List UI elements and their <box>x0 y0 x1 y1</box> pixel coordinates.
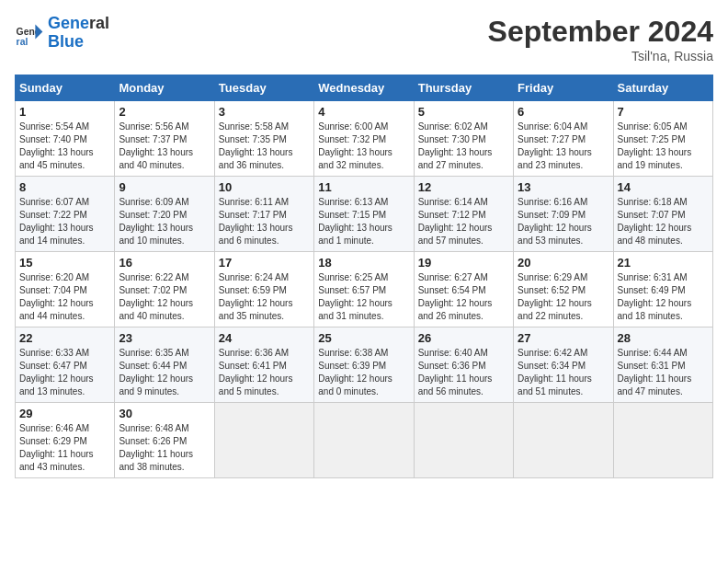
day-number: 23 <box>119 331 210 345</box>
day-number: 30 <box>119 407 210 420</box>
calendar-cell: 21Sunrise: 6:31 AM Sunset: 6:49 PM Dayli… <box>613 252 712 327</box>
calendar-cell: 19Sunrise: 6:27 AM Sunset: 6:54 PM Dayli… <box>414 252 513 327</box>
day-number: 10 <box>219 180 310 194</box>
calendar-cell: 20Sunrise: 6:29 AM Sunset: 6:52 PM Dayli… <box>514 252 613 327</box>
calendar-week-5: 29Sunrise: 6:46 AM Sunset: 6:29 PM Dayli… <box>16 403 713 478</box>
day-info: Sunrise: 6:25 AM Sunset: 6:57 PM Dayligh… <box>318 271 409 323</box>
calendar-cell <box>214 403 313 478</box>
title-block: September 2024 Tsil'na, Russia <box>488 15 713 63</box>
calendar-cell: 17Sunrise: 6:24 AM Sunset: 6:59 PM Dayli… <box>214 252 313 327</box>
calendar-week-4: 22Sunrise: 6:33 AM Sunset: 6:47 PM Dayli… <box>16 327 713 403</box>
calendar-cell: 22Sunrise: 6:33 AM Sunset: 6:47 PM Dayli… <box>16 327 115 403</box>
day-number: 18 <box>318 256 409 270</box>
calendar-cell: 25Sunrise: 6:38 AM Sunset: 6:39 PM Dayli… <box>314 327 414 403</box>
day-info: Sunrise: 6:07 AM Sunset: 7:22 PM Dayligh… <box>19 196 110 247</box>
calendar-cell: 9Sunrise: 6:09 AM Sunset: 7:20 PM Daylig… <box>115 177 214 252</box>
day-info: Sunrise: 6:16 AM Sunset: 7:09 PM Dayligh… <box>518 196 609 247</box>
day-info: Sunrise: 6:22 AM Sunset: 7:02 PM Dayligh… <box>119 271 210 323</box>
calendar-cell <box>613 403 712 478</box>
day-info: Sunrise: 6:02 AM Sunset: 7:30 PM Dayligh… <box>418 121 509 172</box>
calendar-cell: 14Sunrise: 6:18 AM Sunset: 7:07 PM Dayli… <box>613 177 712 252</box>
calendar-header-row: SundayMondayTuesdayWednesdayThursdayFrid… <box>16 75 713 101</box>
day-info: Sunrise: 6:05 AM Sunset: 7:25 PM Dayligh… <box>618 121 709 172</box>
calendar-cell: 8Sunrise: 6:07 AM Sunset: 7:22 PM Daylig… <box>16 177 115 252</box>
day-info: Sunrise: 5:54 AM Sunset: 7:40 PM Dayligh… <box>19 121 110 172</box>
day-number: 29 <box>19 407 110 420</box>
calendar-cell <box>414 403 513 478</box>
day-number: 13 <box>518 180 609 194</box>
day-number: 3 <box>219 105 310 119</box>
header-tuesday: Tuesday <box>214 75 313 101</box>
day-info: Sunrise: 5:58 AM Sunset: 7:35 PM Dayligh… <box>219 121 310 172</box>
day-number: 17 <box>219 256 310 270</box>
header-wednesday: Wednesday <box>314 75 414 101</box>
day-info: Sunrise: 6:00 AM Sunset: 7:32 PM Dayligh… <box>318 121 409 172</box>
day-number: 20 <box>518 256 609 270</box>
day-number: 27 <box>518 331 609 345</box>
day-number: 11 <box>318 180 409 194</box>
location-subtitle: Tsil'na, Russia <box>488 49 713 63</box>
day-number: 14 <box>618 180 709 194</box>
day-number: 26 <box>418 331 509 345</box>
header-saturday: Saturday <box>613 75 712 101</box>
header-sunday: Sunday <box>16 75 115 101</box>
day-info: Sunrise: 6:35 AM Sunset: 6:44 PM Dayligh… <box>119 347 210 398</box>
day-number: 4 <box>318 105 409 119</box>
day-info: Sunrise: 6:40 AM Sunset: 6:36 PM Dayligh… <box>418 347 509 398</box>
day-info: Sunrise: 6:20 AM Sunset: 7:04 PM Dayligh… <box>19 271 110 323</box>
calendar-body: 1Sunrise: 5:54 AM Sunset: 7:40 PM Daylig… <box>16 101 713 478</box>
logo-text-line1: General <box>48 15 109 33</box>
page-header: Gene ral General Blue September 2024 Tsi… <box>15 15 713 63</box>
logo-text-line2: Blue <box>48 33 109 52</box>
day-number: 1 <box>19 105 110 119</box>
calendar-cell: 12Sunrise: 6:14 AM Sunset: 7:12 PM Dayli… <box>414 177 513 252</box>
header-thursday: Thursday <box>414 75 513 101</box>
day-info: Sunrise: 6:27 AM Sunset: 6:54 PM Dayligh… <box>418 271 509 323</box>
day-info: Sunrise: 6:48 AM Sunset: 6:26 PM Dayligh… <box>119 422 210 474</box>
calendar-cell: 27Sunrise: 6:42 AM Sunset: 6:34 PM Dayli… <box>514 327 613 403</box>
calendar-cell: 10Sunrise: 6:11 AM Sunset: 7:17 PM Dayli… <box>214 177 313 252</box>
day-number: 22 <box>19 331 110 345</box>
month-title: September 2024 <box>488 15 713 49</box>
day-info: Sunrise: 6:13 AM Sunset: 7:15 PM Dayligh… <box>318 196 409 247</box>
day-number: 5 <box>418 105 509 119</box>
day-number: 2 <box>119 105 210 119</box>
day-number: 15 <box>19 256 110 270</box>
calendar-cell: 16Sunrise: 6:22 AM Sunset: 7:02 PM Dayli… <box>115 252 214 327</box>
day-number: 28 <box>618 331 709 345</box>
day-number: 16 <box>119 256 210 270</box>
day-info: Sunrise: 6:46 AM Sunset: 6:29 PM Dayligh… <box>19 422 110 474</box>
calendar-cell: 11Sunrise: 6:13 AM Sunset: 7:15 PM Dayli… <box>314 177 414 252</box>
header-friday: Friday <box>514 75 613 101</box>
calendar-week-2: 8Sunrise: 6:07 AM Sunset: 7:22 PM Daylig… <box>16 177 713 252</box>
day-number: 9 <box>119 180 210 194</box>
calendar-cell <box>514 403 613 478</box>
day-info: Sunrise: 6:33 AM Sunset: 6:47 PM Dayligh… <box>19 347 110 398</box>
logo: Gene ral General Blue <box>15 15 109 52</box>
calendar-cell: 24Sunrise: 6:36 AM Sunset: 6:41 PM Dayli… <box>214 327 313 403</box>
day-info: Sunrise: 6:29 AM Sunset: 6:52 PM Dayligh… <box>518 271 609 323</box>
day-info: Sunrise: 6:14 AM Sunset: 7:12 PM Dayligh… <box>418 196 509 247</box>
day-number: 7 <box>618 105 709 119</box>
day-info: Sunrise: 5:56 AM Sunset: 7:37 PM Dayligh… <box>119 121 210 172</box>
calendar-cell: 6Sunrise: 6:04 AM Sunset: 7:27 PM Daylig… <box>514 101 613 177</box>
logo-icon: Gene ral <box>15 18 44 48</box>
svg-text:ral: ral <box>17 37 28 47</box>
day-number: 21 <box>618 256 709 270</box>
day-info: Sunrise: 6:36 AM Sunset: 6:41 PM Dayligh… <box>219 347 310 398</box>
calendar-cell: 26Sunrise: 6:40 AM Sunset: 6:36 PM Dayli… <box>414 327 513 403</box>
calendar-cell: 4Sunrise: 6:00 AM Sunset: 7:32 PM Daylig… <box>314 101 414 177</box>
header-monday: Monday <box>115 75 214 101</box>
calendar-cell: 13Sunrise: 6:16 AM Sunset: 7:09 PM Dayli… <box>514 177 613 252</box>
calendar-cell <box>314 403 414 478</box>
calendar-cell: 30Sunrise: 6:48 AM Sunset: 6:26 PM Dayli… <box>115 403 214 478</box>
calendar-cell: 1Sunrise: 5:54 AM Sunset: 7:40 PM Daylig… <box>16 101 115 177</box>
day-number: 19 <box>418 256 509 270</box>
calendar-cell: 2Sunrise: 5:56 AM Sunset: 7:37 PM Daylig… <box>115 101 214 177</box>
calendar-cell: 5Sunrise: 6:02 AM Sunset: 7:30 PM Daylig… <box>414 101 513 177</box>
calendar-cell: 18Sunrise: 6:25 AM Sunset: 6:57 PM Dayli… <box>314 252 414 327</box>
day-info: Sunrise: 6:38 AM Sunset: 6:39 PM Dayligh… <box>318 347 409 398</box>
day-info: Sunrise: 6:09 AM Sunset: 7:20 PM Dayligh… <box>119 196 210 247</box>
calendar-week-1: 1Sunrise: 5:54 AM Sunset: 7:40 PM Daylig… <box>16 101 713 177</box>
day-info: Sunrise: 6:04 AM Sunset: 7:27 PM Dayligh… <box>518 121 609 172</box>
